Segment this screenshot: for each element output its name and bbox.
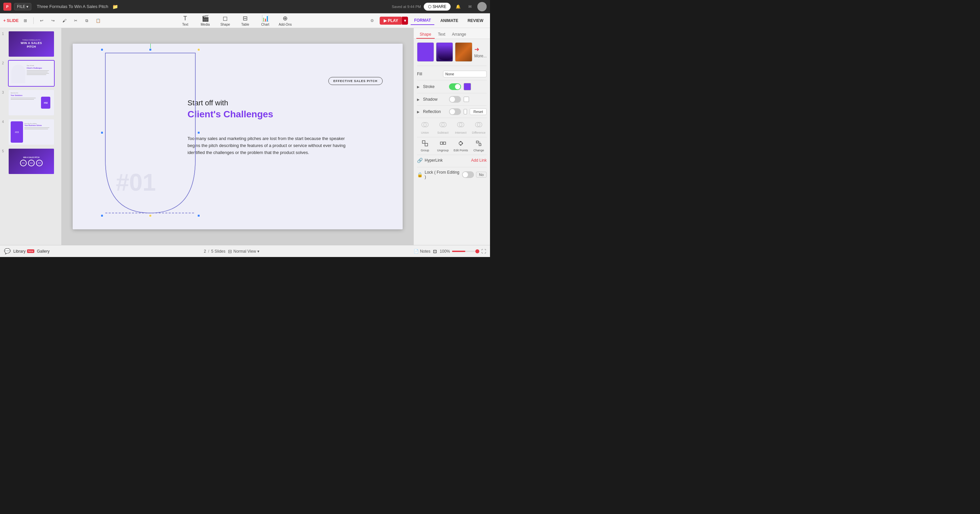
intersect-op[interactable]: Intersect [453,121,469,134]
lock-toggle[interactable] [462,171,474,178]
tab-arrange[interactable]: Arrange [449,31,470,39]
group-op[interactable]: Group [417,140,433,152]
media-tool[interactable]: 🎬 Media [198,15,213,26]
subtract-op[interactable]: Subtract [435,121,451,134]
format-tab[interactable]: FORMAT [410,16,434,25]
slide-thumbnail-4[interactable]: 4 #03 Describe the solution Your Busines… [2,119,59,145]
canvas-area[interactable]: EFFECTIVE SALES PITCH Start off with Cli… [62,28,413,245]
more-button[interactable]: More... [474,54,487,58]
more-arrow: ➜ [474,46,479,53]
slide-size-icon[interactable]: ⊡ [433,249,437,254]
play-more-button[interactable]: ▾ [402,17,408,25]
view-icon: ⊟ [228,249,232,254]
boolean-ops: Union Subtract [417,118,487,137]
stroke-color[interactable] [464,83,471,90]
share-button[interactable]: ⬡ SHARE [424,3,451,11]
chat-icon[interactable]: 💬 [4,248,11,254]
shadow-row: ▶ Shadow [417,93,487,106]
handle-top-left[interactable] [101,48,103,51]
svg-point-17 [460,144,461,146]
slide-panel: 1 THREE FORMULAS TO WIN A SALES PITCH 2 [0,28,62,245]
animate-tab[interactable]: ANIMATE [437,17,462,25]
shape-swatches: ➜ More... [417,42,487,62]
bottom-bar: 💬 Library New Gallery 2 / 5 Slides ⊟ Nor… [0,245,490,257]
notification-icon[interactable]: 🔔 [453,2,463,11]
svg-point-15 [460,141,461,142]
library-button[interactable]: Library New [13,249,34,254]
rotate-line [150,44,151,48]
right-panel-content: ➜ More... Fill None Solid Gradient ▶ Str… [414,39,490,245]
reflection-checkbox[interactable] [464,109,467,115]
text-tool[interactable]: T Text [178,15,192,26]
mail-icon[interactable]: ✉ [465,2,475,11]
gallery-button[interactable]: Gallery [37,249,50,254]
slide-thumbnail-3[interactable]: 3 Question the Your Solutions #02 [2,89,59,116]
handle-mid-right[interactable] [197,131,200,134]
handle-mid-left[interactable] [101,131,103,134]
addons-tool[interactable]: ⊕ Add-Ons [278,15,293,26]
copy-button[interactable]: ⧉ [82,16,92,25]
document-icon: 📁 [112,4,118,10]
change-op[interactable]: Change [471,140,487,152]
tab-text[interactable]: Text [435,31,449,39]
slide-info: 2 / 5 Slides [204,249,226,254]
redo-button[interactable]: ↪ [48,16,58,25]
settings-icon[interactable]: ⚙ [368,16,377,25]
topbar: P FILE ▾ Three Formulas To Win A Sales P… [0,0,490,13]
fullscreen-button[interactable]: ⛶ [481,249,486,254]
view-select[interactable]: ⊟ Normal View ▾ [228,249,259,254]
stroke-row: ▶ Stroke [417,80,487,93]
handle-bot-left[interactable] [101,214,103,217]
difference-op[interactable]: Difference [471,121,487,134]
stroke-label: Stroke [423,84,446,89]
undo-button[interactable]: ↩ [37,16,46,25]
handle-top-right[interactable] [197,48,200,51]
file-menu-button[interactable]: FILE ▾ [14,3,31,10]
hyperlink-row: 🔗 HyperLink Add Link [417,155,487,165]
hyperlink-label: HyperLink [425,158,443,163]
add-slide-button[interactable]: + SLIDE [3,18,19,23]
swatch-purple[interactable] [417,42,434,62]
paste-button[interactable]: 📋 [94,16,103,25]
handle-bot-right[interactable] [197,214,200,217]
edit-points-op[interactable]: Edit Points [453,140,469,152]
swatch-wood[interactable] [455,42,472,62]
play-button[interactable]: ▶ PLAY [380,17,402,25]
cut-button[interactable]: ✂ [71,16,80,25]
lock-label: Lock ( From Editing ) [425,170,460,179]
swatch-gradient[interactable] [436,42,453,62]
notes-button[interactable]: 📄 Notes [414,249,430,254]
reset-button[interactable]: Reset [470,108,487,115]
zoom-slider[interactable] [452,251,479,252]
shadow-checkbox[interactable] [464,97,469,102]
main-toolbar: + SLIDE ⊞ ↩ ↪ 🖌 ✂ ⧉ 📋 T Text 🎬 Media ◻ S… [0,13,490,28]
reflection-toggle[interactable] [449,108,461,115]
shape-tool[interactable]: ◻ Shape [218,15,233,26]
svg-rect-18 [476,141,478,143]
add-link-button[interactable]: Add Link [471,158,487,163]
ungroup-op[interactable]: Ungroup [435,140,451,152]
review-tab[interactable]: REVIEW [465,17,487,25]
more-section: ➜ More... [474,46,487,58]
chart-tool[interactable]: 📊 Chart [258,15,273,26]
slide-thumbnail-1[interactable]: 1 THREE FORMULAS TO WIN A SALES PITCH [2,31,59,57]
table-tool[interactable]: ⊟ Table [238,15,253,26]
stroke-toggle[interactable] [449,83,461,90]
tab-shape[interactable]: Shape [416,31,435,39]
slide-thumbnail-2[interactable]: 2 Start off with Client's Challenges [2,60,59,87]
handle-top-mid[interactable] [149,48,152,51]
handle-bot-mid[interactable] [149,214,152,217]
svg-rect-19 [479,144,481,146]
bottom-center: 2 / 5 Slides ⊟ Normal View ▾ [54,249,410,254]
selected-shape[interactable] [102,50,199,216]
slide-total: 5 Slides [212,249,226,254]
format-painter-button[interactable]: 🖌 [60,16,69,25]
user-avatar[interactable] [477,2,487,11]
slide-thumbnail-5[interactable]: 5 WIN A SALES PITCH #01 #02 #03 [2,148,59,175]
svg-rect-11 [425,143,428,146]
fill-dropdown[interactable]: None Solid Gradient [443,71,487,77]
union-op[interactable]: Union [417,121,433,134]
layout-icon[interactable]: ⊞ [21,16,30,25]
shadow-toggle[interactable] [449,96,461,103]
reflection-label: Reflection [423,109,446,114]
